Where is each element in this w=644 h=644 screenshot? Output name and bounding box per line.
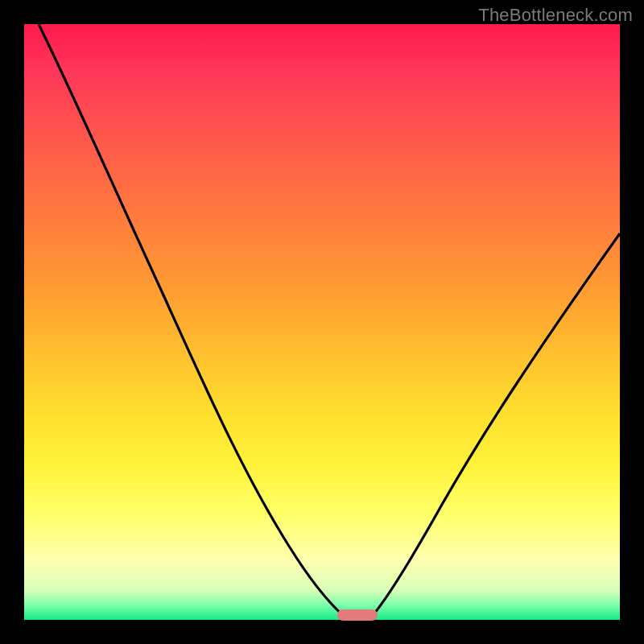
curve-left-branch xyxy=(39,24,346,618)
plot-area xyxy=(24,24,620,620)
chart-frame: TheBottleneck.com xyxy=(0,0,644,644)
minimum-marker xyxy=(337,609,378,621)
curve-right-branch xyxy=(370,233,620,618)
watermark-text: TheBottleneck.com xyxy=(478,5,633,26)
bottleneck-curve xyxy=(24,24,620,620)
